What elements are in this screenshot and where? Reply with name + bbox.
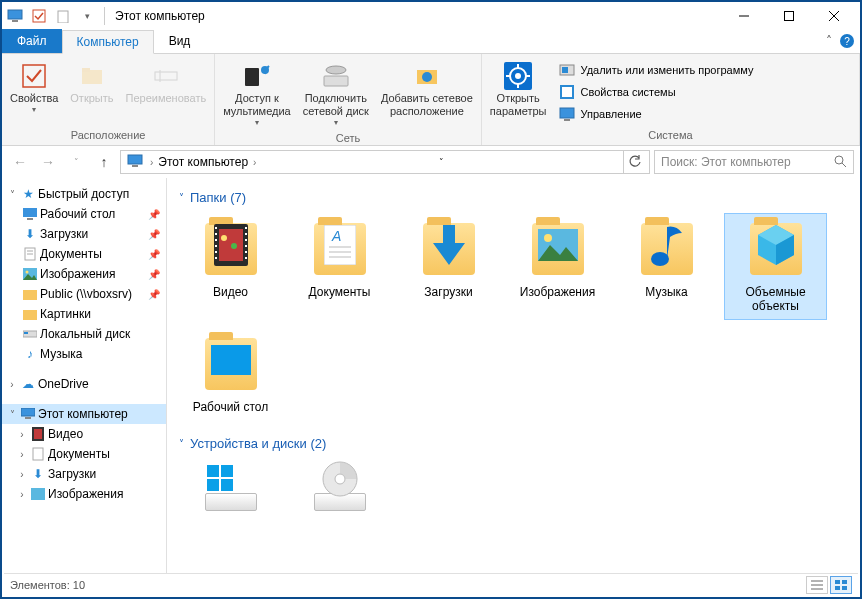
group-header-folders[interactable]: ˅ Папки (7) <box>179 190 848 205</box>
qat-dropdown-icon[interactable]: ▾ <box>78 7 96 25</box>
tab-computer[interactable]: Компьютер <box>62 30 154 54</box>
svg-rect-3 <box>58 11 68 23</box>
tree-onedrive[interactable]: › ☁ OneDrive <box>2 374 166 394</box>
chevron-down-icon[interactable]: ˅ <box>179 438 184 449</box>
close-button[interactable] <box>811 2 856 30</box>
svg-point-75 <box>544 234 552 242</box>
music-icon: ♪ <box>22 346 38 362</box>
ribbon-group-system: Открыть параметры Удалить или изменить п… <box>482 54 860 145</box>
svg-rect-44 <box>23 310 37 320</box>
uninstall-program-button[interactable]: Удалить или изменить программу <box>557 60 756 80</box>
up-button[interactable]: ↑ <box>92 150 116 174</box>
tree-pictures-pc[interactable]: › Изображения <box>2 484 166 504</box>
check-icon <box>18 60 50 92</box>
tree-downloads[interactable]: ⬇ Загрузки 📌 <box>2 224 166 244</box>
properties-button[interactable]: Свойства ▾ <box>6 58 62 117</box>
content-pane[interactable]: ˅ Папки (7) Видео A Документы <box>167 178 860 576</box>
expand-icon[interactable]: › <box>16 469 28 480</box>
navigation-pane[interactable]: ˅ ★ Быстрый доступ Рабочий стол 📌 ⬇ Загр… <box>2 178 167 576</box>
address-bar[interactable]: › Этот компьютер › ˅ <box>120 150 650 174</box>
tree-documents[interactable]: Документы 📌 <box>2 244 166 264</box>
add-network-location-button[interactable]: Добавить сетевое расположение <box>377 58 477 120</box>
help-icon[interactable]: ? <box>840 34 854 48</box>
tree-local-disk[interactable]: Локальный диск <box>2 324 166 344</box>
expand-icon[interactable]: › <box>6 379 18 390</box>
media-access-button[interactable]: Доступ к мультимедиа ▾ <box>219 58 295 130</box>
system-properties-button[interactable]: Свойства системы <box>557 82 756 102</box>
collapse-icon[interactable]: ˅ <box>6 409 18 420</box>
recent-locations-button[interactable]: ˅ <box>64 150 88 174</box>
window-controls <box>721 2 856 30</box>
collapse-icon[interactable]: ˅ <box>6 189 18 200</box>
new-folder-icon[interactable] <box>54 7 72 25</box>
expand-icon[interactable]: › <box>16 449 28 460</box>
svg-rect-65 <box>245 239 247 241</box>
drive-optical[interactable] <box>288 459 391 511</box>
tree-videos[interactable]: › Видео <box>2 424 166 444</box>
tree-music[interactable]: ♪ Музыка <box>2 344 166 364</box>
group-header-devices[interactable]: ˅ Устройства и диски (2) <box>179 436 848 451</box>
maximize-button[interactable] <box>766 2 811 30</box>
svg-rect-54 <box>219 229 243 261</box>
pin-icon: 📌 <box>148 249 160 260</box>
search-icon <box>833 154 847 171</box>
properties-icon[interactable] <box>30 7 48 25</box>
ribbon-group-network: Доступ к мультимедиа ▾ Подключить сетево… <box>215 54 482 145</box>
tree-pics-folder[interactable]: Картинки <box>2 304 166 324</box>
svg-line-35 <box>842 163 846 167</box>
address-dropdown-button[interactable]: ˅ <box>429 151 453 173</box>
folder-music[interactable]: Музыка <box>615 213 718 320</box>
drive-local-disk[interactable] <box>179 459 282 511</box>
svg-rect-0 <box>8 10 22 19</box>
minimize-button[interactable] <box>721 2 766 30</box>
svg-rect-88 <box>842 580 847 584</box>
ribbon-collapse-icon[interactable]: ˄ <box>826 34 832 48</box>
chevron-down-icon[interactable]: ˅ <box>179 192 184 203</box>
folder-documents[interactable]: A Документы <box>288 213 391 320</box>
refresh-button[interactable] <box>623 151 647 173</box>
svg-point-83 <box>335 474 345 484</box>
download-icon: ⬇ <box>22 226 38 242</box>
settings-icon <box>502 60 534 92</box>
expand-icon[interactable]: › <box>16 429 28 440</box>
manage-icon <box>559 106 575 122</box>
tab-file[interactable]: Файл <box>2 29 62 53</box>
svg-rect-62 <box>215 257 217 259</box>
large-icons-view-button[interactable] <box>830 576 852 594</box>
expand-icon[interactable]: › <box>16 489 28 500</box>
tree-public-share[interactable]: Public (\\vboxsrv) 📌 <box>2 284 166 304</box>
tree-quick-access[interactable]: ˅ ★ Быстрый доступ <box>2 184 166 204</box>
tree-pictures[interactable]: Изображения 📌 <box>2 264 166 284</box>
video-icon <box>214 224 248 275</box>
svg-rect-63 <box>245 227 247 229</box>
map-drive-button[interactable]: Подключить сетевой диск ▾ <box>299 58 373 130</box>
tree-documents-pc[interactable]: › Документы <box>2 444 166 464</box>
tree-downloads-pc[interactable]: › ⬇ Загрузки <box>2 464 166 484</box>
picture-icon <box>22 266 38 282</box>
svg-rect-67 <box>245 251 247 253</box>
svg-rect-13 <box>245 68 259 86</box>
pc-icon <box>127 154 143 170</box>
folder-downloads[interactable]: Загрузки <box>397 213 500 320</box>
folder-videos[interactable]: Видео <box>179 213 282 320</box>
details-view-button[interactable] <box>806 576 828 594</box>
pc-icon <box>6 7 24 25</box>
svg-rect-32 <box>128 155 142 164</box>
tab-view[interactable]: Вид <box>154 29 206 53</box>
open-settings-button[interactable]: Открыть параметры <box>486 58 551 120</box>
search-input[interactable]: Поиск: Этот компьютер <box>654 150 854 174</box>
folder-3d-objects[interactable]: Объемные объекты <box>724 213 827 320</box>
open-button: Открыть <box>66 58 117 107</box>
chevron-right-icon[interactable]: › <box>150 157 153 168</box>
back-button[interactable]: ← <box>8 150 32 174</box>
computer-management-button[interactable]: Управление <box>557 104 756 124</box>
svg-rect-77 <box>211 345 251 375</box>
folder-pictures[interactable]: Изображения <box>506 213 609 320</box>
document-icon: A <box>324 225 356 274</box>
chevron-right-icon[interactable]: › <box>253 157 256 168</box>
tree-desktop[interactable]: Рабочий стол 📌 <box>2 204 166 224</box>
breadcrumb-this-pc[interactable]: Этот компьютер <box>156 155 250 169</box>
tree-this-pc[interactable]: ˅ Этот компьютер <box>2 404 166 424</box>
folder-desktop[interactable]: Рабочий стол <box>179 328 282 420</box>
svg-rect-80 <box>207 479 219 491</box>
